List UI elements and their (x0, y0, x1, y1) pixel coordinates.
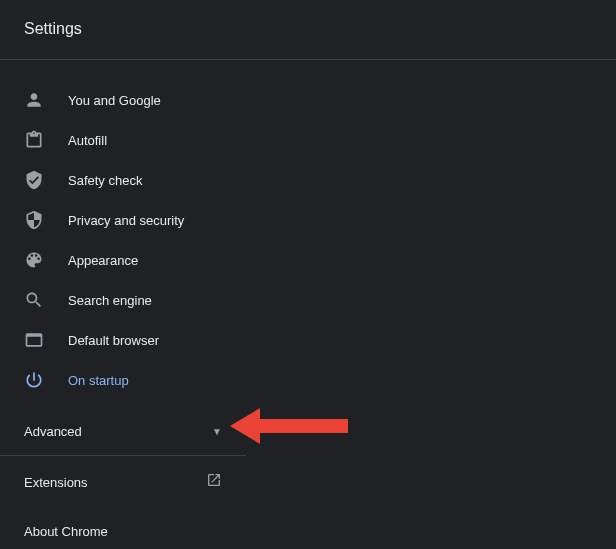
sidebar-item-label: Privacy and security (68, 213, 184, 228)
sidebar-item-advanced[interactable]: Advanced ▼ (0, 408, 246, 455)
sidebar-item-privacy-security[interactable]: Privacy and security (0, 200, 246, 240)
power-icon (24, 370, 44, 390)
sidebar-item-about-chrome[interactable]: About Chrome (0, 508, 246, 549)
sidebar-item-label: Search engine (68, 293, 152, 308)
chevron-down-icon: ▼ (212, 426, 222, 437)
sidebar-item-you-and-google[interactable]: You and Google (0, 80, 246, 120)
browser-icon (24, 330, 44, 350)
palette-icon (24, 250, 44, 270)
external-link-icon (206, 472, 222, 492)
clipboard-icon (24, 130, 44, 150)
content-area: You and Google Autofill Safety check Pri… (0, 60, 616, 547)
sidebar-item-appearance[interactable]: Appearance (0, 240, 246, 280)
settings-header: Settings (0, 0, 616, 59)
sidebar-item-on-startup[interactable]: On startup (0, 360, 246, 400)
sidebar-item-default-browser[interactable]: Default browser (0, 320, 246, 360)
sidebar: You and Google Autofill Safety check Pri… (0, 60, 246, 549)
advanced-label: Advanced (24, 424, 82, 439)
sidebar-item-extensions[interactable]: Extensions (0, 456, 246, 508)
page-title: Settings (24, 20, 592, 38)
search-icon (24, 290, 44, 310)
svg-marker-0 (230, 408, 348, 444)
extensions-label: Extensions (24, 475, 88, 490)
sidebar-item-label: Default browser (68, 333, 159, 348)
sidebar-item-label: You and Google (68, 93, 161, 108)
sidebar-item-safety-check[interactable]: Safety check (0, 160, 246, 200)
sidebar-item-label: On startup (68, 373, 129, 388)
sidebar-item-search-engine[interactable]: Search engine (0, 280, 246, 320)
annotation-arrow (230, 406, 350, 450)
shield-check-icon (24, 170, 44, 190)
person-icon (24, 90, 44, 110)
sidebar-item-autofill[interactable]: Autofill (0, 120, 246, 160)
shield-icon (24, 210, 44, 230)
sidebar-item-label: Autofill (68, 133, 107, 148)
sidebar-item-label: Appearance (68, 253, 138, 268)
about-label: About Chrome (24, 524, 108, 539)
sidebar-item-label: Safety check (68, 173, 142, 188)
